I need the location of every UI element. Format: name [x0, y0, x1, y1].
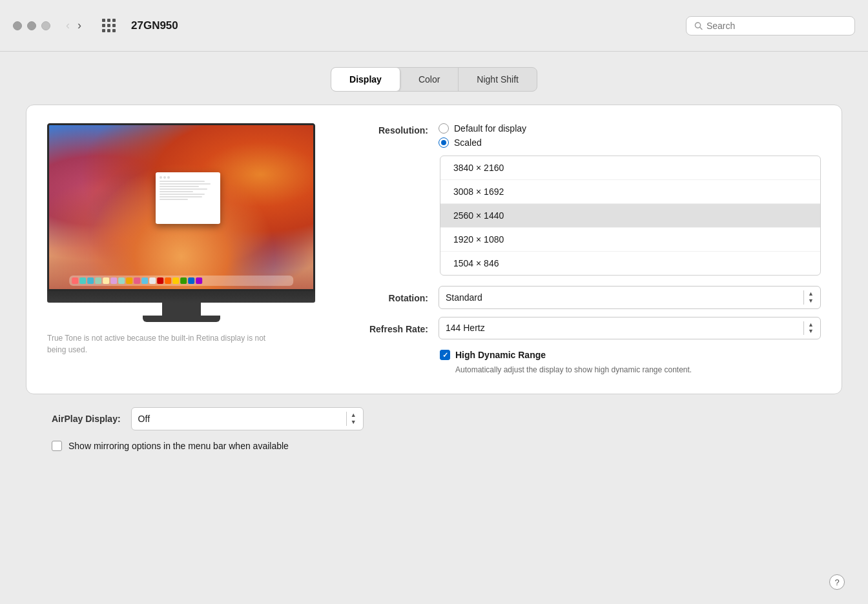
resolution-options: Default for display Scaled — [439, 123, 526, 148]
monitor-screen — [47, 123, 315, 291]
bottom-section: AirPlay Display: Off ▲ ▼ Show mirroring … — [26, 407, 842, 451]
search-box[interactable] — [686, 16, 855, 35]
tab-night-shift[interactable]: Night Shift — [459, 68, 537, 91]
monitor-bottom — [47, 291, 315, 322]
res-item-1504[interactable]: 1504 × 846 — [440, 252, 820, 275]
resolution-row: Resolution: Default for display Scaled — [344, 123, 821, 148]
hdr-description: Automatically adjust the display to show… — [455, 364, 701, 376]
radio-default-label: Default for display — [454, 123, 526, 134]
monitor-section: True Tone is not active because the buil… — [47, 123, 318, 376]
settings-panel: True Tone is not active because the buil… — [26, 105, 842, 394]
refresh-rate-stepper[interactable]: ▲ ▼ — [803, 321, 814, 336]
stepper-up-airplay[interactable]: ▲ — [351, 412, 356, 419]
rotation-stepper[interactable]: ▲ ▼ — [803, 290, 814, 305]
forward-arrow[interactable]: › — [78, 19, 81, 32]
tab-display[interactable]: Display — [331, 68, 400, 91]
hdr-label: High Dynamic Range — [455, 350, 546, 360]
window-title: 27GN950 — [131, 19, 676, 32]
stepper-up[interactable]: ▲ — [808, 290, 814, 297]
mirroring-label: Show mirroring options in the menu bar w… — [68, 441, 289, 451]
stepper-down-airplay[interactable]: ▼ — [351, 419, 356, 426]
monitor-chin — [47, 291, 315, 303]
radio-default-btn[interactable] — [439, 123, 449, 134]
refresh-rate-label: Refresh Rate: — [344, 322, 428, 334]
hdr-checkbox[interactable] — [440, 350, 450, 360]
resolution-label: Resolution: — [344, 123, 428, 136]
mirroring-checkbox[interactable] — [52, 441, 62, 451]
airplay-label: AirPlay Display: — [52, 414, 121, 424]
rotation-label: Rotation: — [344, 291, 428, 303]
search-input[interactable] — [707, 21, 847, 31]
dialog-window — [156, 172, 220, 224]
tabs-container: Display Color Night Shift — [26, 67, 842, 92]
monitor-neck — [162, 303, 201, 316]
radio-scaled-btn[interactable] — [439, 137, 449, 148]
res-item-3008[interactable]: 3008 × 1692 — [440, 180, 820, 204]
refresh-rate-row: Refresh Rate: 144 Hertz ▲ ▼ — [344, 317, 821, 340]
hdr-section: High Dynamic Range Automatically adjust … — [440, 350, 821, 376]
res-item-2560[interactable]: 2560 × 1440 — [440, 204, 820, 228]
rotation-value: Standard — [446, 292, 798, 303]
back-arrow[interactable]: ‹ — [66, 19, 70, 32]
main-content: Display Color Night Shift — [0, 52, 868, 604]
monitor-frame — [47, 123, 315, 322]
stepper-down-refresh[interactable]: ▼ — [808, 328, 814, 335]
refresh-rate-dropdown[interactable]: 144 Hertz ▲ ▼ — [439, 317, 821, 340]
airplay-row: AirPlay Display: Off ▲ ▼ — [52, 407, 816, 430]
minimize-button[interactable] — [27, 21, 36, 30]
radio-scaled[interactable]: Scaled — [439, 137, 526, 148]
refresh-rate-value: 144 Hertz — [446, 323, 798, 333]
rotation-row: Rotation: Standard ▲ ▼ — [344, 286, 821, 309]
tabs: Display Color Night Shift — [331, 67, 537, 92]
close-button[interactable] — [13, 21, 22, 30]
settings-right: Resolution: Default for display Scaled 3… — [344, 123, 821, 376]
radio-default[interactable]: Default for display — [439, 123, 526, 134]
svg-line-1 — [700, 27, 702, 29]
airplay-dropdown[interactable]: Off ▲ ▼ — [131, 407, 364, 430]
resolution-list: 3840 × 2160 3008 × 1692 2560 × 1440 1920… — [440, 156, 821, 276]
stepper-down[interactable]: ▼ — [808, 297, 814, 305]
nav-arrows: ‹ › — [66, 19, 81, 32]
grid-icon[interactable] — [102, 19, 116, 32]
airplay-value: Off — [138, 414, 341, 424]
radio-scaled-label: Scaled — [454, 137, 482, 148]
res-item-3840[interactable]: 3840 × 2160 — [440, 156, 820, 180]
dock-bar — [69, 276, 294, 286]
fullscreen-button[interactable] — [41, 21, 50, 30]
monitor-base — [143, 316, 220, 322]
airplay-stepper[interactable]: ▲ ▼ — [346, 412, 356, 426]
rotation-dropdown[interactable]: Standard ▲ ▼ — [439, 286, 821, 309]
hdr-checkbox-row: High Dynamic Range — [440, 350, 821, 360]
res-item-1920[interactable]: 1920 × 1080 — [440, 228, 820, 252]
monitor-note: True Tone is not active because the buil… — [47, 332, 280, 356]
search-icon — [694, 21, 703, 30]
stepper-up-refresh[interactable]: ▲ — [808, 321, 814, 328]
mirroring-row: Show mirroring options in the menu bar w… — [52, 441, 816, 451]
titlebar: ‹ › 27GN950 — [0, 0, 868, 52]
help-button[interactable]: ? — [829, 574, 845, 590]
traffic-lights — [13, 21, 50, 30]
tab-color[interactable]: Color — [400, 68, 459, 91]
